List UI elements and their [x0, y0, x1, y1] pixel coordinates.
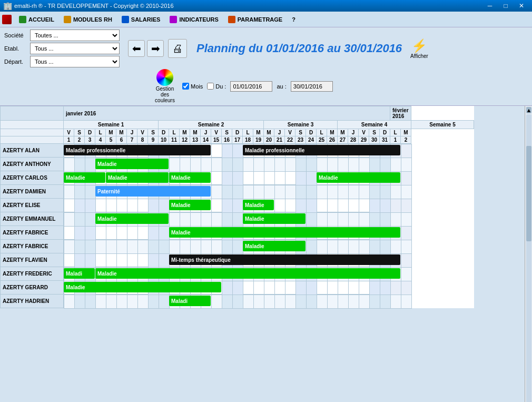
day-cell	[349, 185, 359, 199]
day-cell	[138, 295, 149, 309]
day-cell	[254, 213, 264, 227]
menu-salaries[interactable]: SALARIES	[117, 14, 165, 25]
month-header: janvier 2016	[64, 106, 390, 121]
day-cell	[222, 158, 233, 172]
color-management[interactable]: Gestion des couleurs	[152, 69, 178, 103]
day-cell	[64, 295, 75, 309]
day-cell	[85, 199, 96, 213]
day-cell	[317, 185, 328, 199]
day-cell	[85, 240, 96, 254]
day-cell	[233, 268, 243, 281]
day-cell	[201, 213, 212, 227]
day-cell	[359, 158, 370, 172]
day-cell	[264, 144, 275, 158]
scroll-thumb-v[interactable]	[526, 146, 531, 241]
day-cell	[138, 254, 149, 268]
day-cell	[127, 295, 138, 309]
day-letter: L	[317, 129, 327, 136]
du-checkbox-label[interactable]: Du :	[207, 83, 226, 90]
next-button[interactable]: ➡	[147, 40, 164, 57]
day-cell	[317, 295, 328, 309]
day-cell	[191, 172, 201, 185]
day-cell	[317, 281, 328, 295]
du-checkbox[interactable]	[207, 83, 214, 90]
day-cell	[149, 281, 159, 295]
day-cell	[380, 281, 391, 295]
day-number: 2	[74, 136, 85, 144]
day-number: 11	[169, 136, 180, 144]
day-cell	[149, 240, 159, 254]
day-cell	[370, 144, 380, 158]
minimize-button[interactable]: ─	[482, 1, 497, 11]
day-letter: V	[64, 129, 74, 136]
day-cell	[75, 185, 85, 199]
day-letter: L	[390, 129, 401, 136]
day-cell	[127, 199, 138, 213]
day-cell	[359, 268, 370, 281]
day-cell	[106, 158, 117, 172]
day-cell	[264, 295, 275, 309]
day-cell	[170, 240, 180, 254]
day-cell	[212, 158, 222, 172]
date-to-input[interactable]	[291, 81, 333, 92]
day-cell	[307, 144, 317, 158]
day-cell	[180, 199, 191, 213]
menu-help[interactable]: ?	[288, 15, 300, 24]
societe-dropdown[interactable]: Toutes ...	[30, 30, 120, 41]
print-button[interactable]: 🖨	[168, 39, 187, 58]
day-letter: S	[222, 129, 232, 136]
day-letter: V	[285, 129, 295, 136]
day-cell	[307, 254, 317, 268]
menu-accueil[interactable]: ACCUEIL	[15, 14, 58, 25]
societe-label: Société	[4, 32, 28, 38]
date-from-input[interactable]	[230, 81, 272, 92]
day-cell	[254, 295, 264, 309]
day-letter: S	[148, 129, 159, 136]
day-cell	[296, 254, 307, 268]
employee-name: AZERTY DAMIEN	[1, 185, 64, 199]
day-cell	[85, 213, 96, 227]
day-cell	[264, 240, 275, 254]
scroll-up-btn[interactable]: ▲	[526, 107, 531, 113]
day-cell	[275, 295, 285, 309]
day-cell	[170, 158, 180, 172]
day-cell	[391, 213, 401, 227]
afficher-button[interactable]: ⚡ Afficher	[410, 38, 428, 59]
day-letter: S	[369, 129, 380, 136]
day-cell	[359, 199, 370, 213]
day-cell	[317, 240, 328, 254]
day-letter: M	[190, 129, 201, 136]
close-button[interactable]: ✕	[514, 1, 529, 11]
day-cell	[296, 144, 307, 158]
day-cell	[127, 281, 138, 295]
title-bar: 🏢 emalti-rh ® - TR DEVELOPPEMENT - Copyr…	[0, 0, 532, 12]
day-cell	[349, 213, 359, 227]
day-cell	[349, 172, 359, 185]
day-cell	[401, 185, 412, 199]
day-number: 29	[359, 136, 369, 144]
mois-checkbox-label[interactable]: Mois	[182, 83, 203, 90]
day-cell	[138, 144, 149, 158]
depart-dropdown[interactable]: Tous ...	[30, 56, 120, 67]
day-number: 28	[348, 136, 359, 144]
day-cell	[307, 158, 317, 172]
etabl-dropdown[interactable]: Tous ...	[30, 43, 120, 54]
day-cell	[159, 281, 170, 295]
day-cell	[222, 268, 233, 281]
vertical-scrollbar[interactable]: ▲ ▼	[525, 106, 532, 402]
menu-indicateurs[interactable]: INDICATEURS	[165, 14, 222, 25]
prev-button[interactable]: ⬅	[128, 40, 145, 57]
day-cell	[233, 281, 243, 295]
day-cell	[338, 158, 349, 172]
day-letter: M	[116, 129, 127, 136]
day-letter: D	[85, 129, 95, 136]
menu-modules-rh[interactable]: MODULES RH	[60, 14, 116, 25]
day-cell	[85, 295, 96, 309]
day-cell	[370, 254, 380, 268]
maximize-button[interactable]: □	[498, 1, 513, 11]
mois-checkbox[interactable]	[182, 83, 189, 90]
day-cell	[285, 268, 296, 281]
menu-parametrage[interactable]: PARAMETRAGE	[224, 14, 287, 25]
day-cell	[159, 144, 170, 158]
planning-container[interactable]: janvier 2016février 2016Semaine 1Semaine…	[0, 106, 525, 402]
